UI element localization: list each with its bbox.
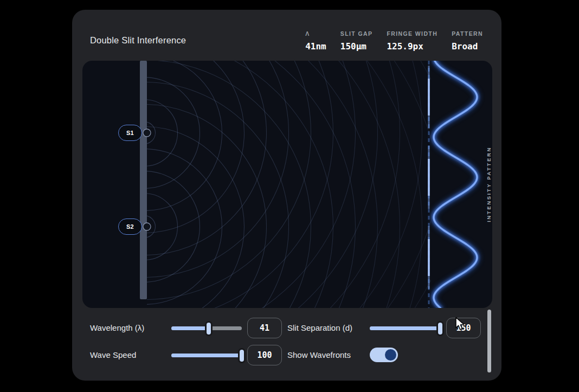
app-panel: Double Slit Interference Λ 41nm SLIT GAP… bbox=[72, 10, 501, 381]
wave-speed-slider[interactable] bbox=[171, 354, 242, 357]
stats-bar: Λ 41nm SLIT GAP 150µm FRINGE WIDTH 125.9… bbox=[305, 30, 483, 52]
stat-fringe-width: FRINGE WIDTH 125.9px bbox=[387, 30, 438, 52]
wavelength-label: Wavelength (λ) bbox=[90, 323, 144, 333]
wavelength-value-box[interactable]: 41 bbox=[247, 318, 282, 338]
slit-hole bbox=[143, 129, 151, 137]
intensity-curve bbox=[434, 61, 477, 308]
slider-fill bbox=[171, 326, 209, 330]
stat-pattern-label: PATTERN bbox=[452, 30, 483, 37]
wave-speed-label: Wave Speed bbox=[90, 350, 136, 361]
wavelength-slider-thumb[interactable] bbox=[205, 321, 213, 336]
slit-separation-slider-thumb[interactable] bbox=[436, 321, 444, 336]
slider-fill bbox=[171, 354, 242, 357]
stat-pattern: PATTERN Broad bbox=[452, 30, 483, 52]
wavelength-value: 41 bbox=[260, 323, 269, 333]
simulation-canvas[interactable]: S1 S2 INTENSITY PATTERN bbox=[82, 61, 492, 308]
show-wavefronts-toggle[interactable] bbox=[370, 348, 398, 362]
stat-wavelength-label: Λ bbox=[305, 30, 310, 37]
stat-fringe-width-value: 125.9px bbox=[387, 41, 423, 52]
page-background: Double Slit Interference Λ 41nm SLIT GAP… bbox=[0, 0, 579, 392]
wavelength-slider[interactable] bbox=[171, 326, 242, 330]
wave-speed-value-box[interactable]: 100 bbox=[247, 345, 282, 365]
slit-separation-slider[interactable] bbox=[370, 326, 440, 330]
slider-fill bbox=[370, 326, 440, 330]
page-title: Double Slit Interference bbox=[90, 35, 186, 46]
slit-hole bbox=[143, 223, 151, 230]
stat-slit-gap-value: 150µm bbox=[340, 41, 366, 52]
slit-separation-value-box[interactable]: 150 bbox=[446, 318, 481, 338]
slit-s1-badge: S1 bbox=[118, 125, 142, 141]
slit-s1-label: S1 bbox=[126, 130, 134, 136]
stat-slit-gap-label: SLIT GAP bbox=[340, 30, 373, 37]
wave-speed-slider-thumb[interactable] bbox=[238, 348, 246, 363]
slit-separation-value: 150 bbox=[456, 323, 471, 333]
barrier bbox=[140, 61, 147, 299]
stat-fringe-width-label: FRINGE WIDTH bbox=[387, 30, 438, 37]
stat-wavelength: Λ 41nm bbox=[305, 30, 326, 52]
stat-wavelength-value: 41nm bbox=[305, 41, 326, 52]
intensity-pattern-label: INTENSITY PATTERN bbox=[486, 146, 492, 222]
show-wavefronts-label: Show Wavefronts bbox=[287, 350, 351, 361]
toggle-knob bbox=[385, 349, 396, 361]
wave-speed-value: 100 bbox=[257, 350, 272, 360]
slit-s2-badge: S2 bbox=[118, 219, 142, 235]
stat-pattern-value: Broad bbox=[452, 41, 478, 52]
stat-slit-gap: SLIT GAP 150µm bbox=[340, 30, 373, 52]
wave-simulation-svg bbox=[82, 61, 492, 308]
slit-separation-label: Slit Separation (d) bbox=[287, 323, 352, 333]
slit-s2-label: S2 bbox=[126, 223, 134, 230]
vertical-scrollbar[interactable] bbox=[487, 310, 491, 372]
